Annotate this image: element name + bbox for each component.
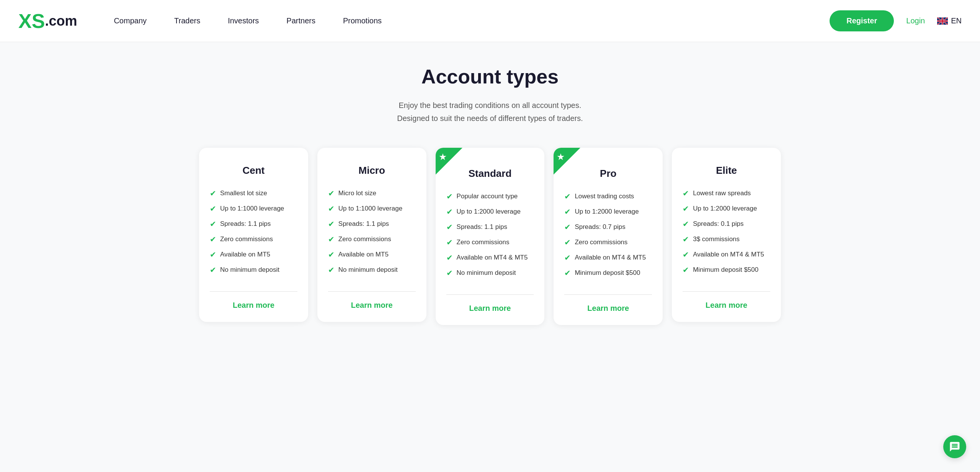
check-icon: ✔ bbox=[446, 238, 453, 247]
list-item: ✔Spreads: 1.1 pips bbox=[446, 222, 534, 232]
section-subtitle: Enjoy the best trading conditions on all… bbox=[199, 99, 781, 125]
list-item: ✔Popular account type bbox=[446, 192, 534, 201]
check-icon: ✔ bbox=[683, 204, 689, 213]
check-icon: ✔ bbox=[446, 268, 453, 278]
card-elite-title: Elite bbox=[683, 165, 770, 176]
card-divider bbox=[446, 294, 534, 295]
card-divider bbox=[210, 291, 297, 292]
login-link[interactable]: Login bbox=[906, 16, 925, 25]
language-selector[interactable]: EN bbox=[937, 16, 962, 25]
check-icon: ✔ bbox=[683, 235, 689, 244]
check-icon: ✔ bbox=[683, 219, 689, 229]
pro-features: ✔Lowest trading costs ✔Up to 1:2000 leve… bbox=[564, 192, 652, 278]
check-icon: ✔ bbox=[683, 250, 689, 259]
check-icon: ✔ bbox=[328, 235, 335, 244]
list-item: ✔Available on MT4 & MT5 bbox=[564, 253, 652, 262]
page-title: Account types bbox=[199, 65, 781, 88]
list-item: ✔Up to 1:2000 leverage bbox=[564, 207, 652, 216]
star-icon: ★ bbox=[557, 152, 565, 162]
standard-features: ✔Popular account type ✔Up to 1:2000 leve… bbox=[446, 192, 534, 278]
learn-more-pro[interactable]: Learn more bbox=[564, 302, 652, 314]
cent-features: ✔Smallest lot size ✔Up to 1:1000 leverag… bbox=[210, 189, 297, 274]
list-item: ✔No minimum deposit bbox=[328, 265, 416, 274]
list-item: ✔Zero commissions bbox=[446, 238, 534, 247]
list-item: ✔Spreads: 0.1 pips bbox=[683, 219, 770, 229]
check-icon: ✔ bbox=[328, 189, 335, 198]
check-icon: ✔ bbox=[564, 238, 571, 247]
nav-partners[interactable]: Partners bbox=[273, 16, 329, 25]
card-pro: ★ Pro ✔Lowest trading costs ✔Up to 1:200… bbox=[554, 148, 663, 325]
list-item: ✔Available on MT5 bbox=[210, 250, 297, 259]
check-icon: ✔ bbox=[328, 219, 335, 229]
pro-badge: ★ bbox=[554, 148, 580, 175]
star-icon: ★ bbox=[439, 152, 447, 162]
list-item: ✔3$ commissions bbox=[683, 235, 770, 244]
card-standard: ★ Standard ✔Popular account type ✔Up to … bbox=[436, 148, 545, 325]
standard-badge: ★ bbox=[436, 148, 462, 175]
learn-more-standard[interactable]: Learn more bbox=[446, 302, 534, 314]
check-icon: ✔ bbox=[210, 265, 216, 274]
card-cent-title: Cent bbox=[210, 165, 297, 176]
list-item: ✔Available on MT4 & MT5 bbox=[683, 250, 770, 259]
check-icon: ✔ bbox=[446, 192, 453, 201]
check-icon: ✔ bbox=[683, 189, 689, 198]
card-cent: Cent ✔Smallest lot size ✔Up to 1:1000 le… bbox=[199, 148, 308, 322]
learn-more-elite[interactable]: Learn more bbox=[683, 299, 770, 311]
list-item: ✔Up to 1:2000 leverage bbox=[446, 207, 534, 216]
list-item: ✔Available on MT5 bbox=[328, 250, 416, 259]
check-icon: ✔ bbox=[328, 250, 335, 259]
list-item: ✔No minimum deposit bbox=[446, 268, 534, 278]
card-micro-title: Micro bbox=[328, 165, 416, 176]
list-item: ✔Smallest lot size bbox=[210, 189, 297, 198]
list-item: ✔Zero commissions bbox=[564, 238, 652, 247]
check-icon: ✔ bbox=[328, 265, 335, 274]
check-icon: ✔ bbox=[564, 268, 571, 278]
check-icon: ✔ bbox=[328, 204, 335, 213]
card-micro: Micro ✔Micro lot size ✔Up to 1:1000 leve… bbox=[317, 148, 426, 322]
register-button[interactable]: Register bbox=[830, 10, 894, 31]
learn-more-micro[interactable]: Learn more bbox=[328, 299, 416, 311]
lang-label: EN bbox=[951, 16, 962, 25]
list-item: ✔Lowest raw spreads bbox=[683, 189, 770, 198]
list-item: ✔No minimum deposit bbox=[210, 265, 297, 274]
check-icon: ✔ bbox=[210, 204, 216, 213]
list-item: ✔Up to 1:2000 leverage bbox=[683, 204, 770, 213]
check-icon: ✔ bbox=[564, 207, 571, 216]
nav-company[interactable]: Company bbox=[100, 16, 160, 25]
check-icon: ✔ bbox=[446, 253, 453, 262]
list-item: ✔Zero commissions bbox=[328, 235, 416, 244]
list-item: ✔Available on MT4 & MT5 bbox=[446, 253, 534, 262]
micro-features: ✔Micro lot size ✔Up to 1:1000 leverage ✔… bbox=[328, 189, 416, 274]
list-item: ✔Zero commissions bbox=[210, 235, 297, 244]
check-icon: ✔ bbox=[210, 219, 216, 229]
flag-icon bbox=[937, 17, 948, 25]
nav-investors[interactable]: Investors bbox=[214, 16, 273, 25]
check-icon: ✔ bbox=[446, 207, 453, 216]
list-item: ✔Minimum deposit $500 bbox=[683, 265, 770, 274]
check-icon: ✔ bbox=[210, 189, 216, 198]
elite-features: ✔Lowest raw spreads ✔Up to 1:2000 levera… bbox=[683, 189, 770, 274]
logo-link[interactable]: XS .com bbox=[18, 11, 77, 31]
main-content: Account types Enjoy the best trading con… bbox=[184, 42, 796, 340]
list-item: ✔Minimum deposit $500 bbox=[564, 268, 652, 278]
logo-xs: XS bbox=[18, 11, 45, 31]
card-divider bbox=[564, 294, 652, 295]
list-item: ✔Lowest trading costs bbox=[564, 192, 652, 201]
nav-links: Company Traders Investors Partners Promo… bbox=[100, 16, 830, 25]
list-item: ✔Spreads: 0.7 pips bbox=[564, 222, 652, 232]
nav-promotions[interactable]: Promotions bbox=[329, 16, 395, 25]
nav-traders[interactable]: Traders bbox=[160, 16, 214, 25]
check-icon: ✔ bbox=[564, 192, 571, 201]
check-icon: ✔ bbox=[564, 222, 571, 232]
card-divider bbox=[328, 291, 416, 292]
navbar: XS .com Company Traders Investors Partne… bbox=[0, 0, 980, 42]
check-icon: ✔ bbox=[210, 250, 216, 259]
learn-more-cent[interactable]: Learn more bbox=[210, 299, 297, 311]
account-cards-grid: Cent ✔Smallest lot size ✔Up to 1:1000 le… bbox=[199, 148, 781, 325]
check-icon: ✔ bbox=[564, 253, 571, 262]
nav-right: Register Login EN bbox=[830, 10, 962, 31]
list-item: ✔Micro lot size bbox=[328, 189, 416, 198]
list-item: ✔Spreads: 1.1 pips bbox=[210, 219, 297, 229]
card-divider bbox=[683, 291, 770, 292]
card-elite: Elite ✔Lowest raw spreads ✔Up to 1:2000 … bbox=[672, 148, 781, 322]
